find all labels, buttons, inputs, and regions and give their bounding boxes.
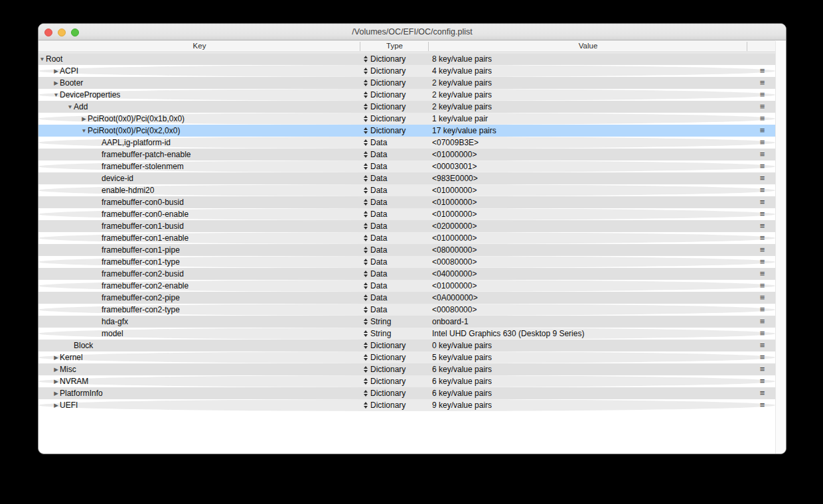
table-row[interactable]: Block Dictionary 0 key/value pairs ≡ (38, 340, 775, 351)
row-menu-icon[interactable]: ≡ (755, 172, 769, 184)
table-row[interactable]: ▶ ACPI Dictionary 4 key/value pairs ≡ (38, 65, 775, 77)
disclosure-triangle-icon[interactable]: ▶ (52, 351, 60, 363)
row-menu-icon[interactable]: ≡ (755, 65, 769, 77)
disclosure-triangle-icon[interactable]: ▶ (80, 113, 88, 125)
row-menu-icon[interactable]: ≡ (755, 125, 769, 137)
disclosure-triangle-icon[interactable] (94, 137, 102, 149)
disclosure-triangle-icon[interactable] (66, 340, 74, 351)
table-row[interactable]: AAPL,ig-platform-id Data <07009B3E> ≡ (38, 137, 775, 149)
type-stepper-icon[interactable] (364, 115, 368, 122)
type-stepper-icon[interactable] (364, 103, 368, 110)
row-menu-icon[interactable]: ≡ (755, 399, 769, 411)
disclosure-triangle-icon[interactable] (94, 172, 102, 184)
table-row[interactable]: framebuffer-con1-busid Data <02000000> ≡ (38, 220, 775, 232)
type-stepper-icon[interactable] (364, 306, 368, 313)
row-menu-icon[interactable]: ≡ (755, 292, 769, 304)
row-menu-icon[interactable]: ≡ (755, 113, 769, 125)
type-stepper-icon[interactable] (364, 211, 368, 218)
table-row[interactable]: framebuffer-con1-enable Data <01000000> … (38, 232, 775, 244)
row-menu-icon[interactable]: ≡ (755, 280, 769, 292)
table-row[interactable]: framebuffer-con2-enable Data <01000000> … (38, 280, 775, 292)
type-stepper-icon[interactable] (364, 68, 368, 74)
row-menu-icon[interactable]: ≡ (755, 363, 769, 375)
disclosure-triangle-icon[interactable]: ▼ (80, 125, 88, 137)
table-row[interactable]: framebuffer-con2-pipe Data <0A000000> ≡ (38, 292, 775, 304)
disclosure-triangle-icon[interactable] (94, 268, 102, 280)
type-stepper-icon[interactable] (364, 259, 368, 265)
disclosure-triangle-icon[interactable] (94, 220, 102, 232)
column-divider[interactable] (360, 42, 360, 51)
row-menu-icon[interactable]: ≡ (755, 101, 769, 113)
row-menu-icon[interactable]: ≡ (755, 184, 769, 196)
table-row[interactable]: framebuffer-stolenmem Data <00003001> ≡ (38, 160, 775, 172)
disclosure-triangle-icon[interactable]: ▶ (52, 375, 60, 387)
type-stepper-icon[interactable] (364, 139, 368, 146)
type-stepper-icon[interactable] (364, 223, 368, 229)
disclosure-triangle-icon[interactable]: ▼ (66, 101, 74, 113)
table-row[interactable]: framebuffer-con2-type Data <00080000> ≡ (38, 304, 775, 316)
disclosure-triangle-icon[interactable] (94, 256, 102, 268)
column-header-key[interactable]: Key (38, 40, 360, 52)
type-stepper-icon[interactable] (364, 151, 368, 158)
type-stepper-icon[interactable] (364, 56, 368, 62)
type-stepper-icon[interactable] (364, 366, 368, 373)
table-row[interactable]: ▶ Misc Dictionary 6 key/value pairs ≡ (38, 363, 775, 375)
disclosure-triangle-icon[interactable]: ▼ (52, 89, 60, 101)
type-stepper-icon[interactable] (364, 80, 368, 86)
row-menu-icon[interactable]: ≡ (755, 268, 769, 280)
row-menu-icon[interactable]: ≡ (755, 89, 769, 101)
row-menu-icon[interactable]: ≡ (755, 220, 769, 232)
table-row[interactable]: ▶ NVRAM Dictionary 6 key/value pairs ≡ (38, 375, 775, 387)
table-row[interactable]: enable-hdmi20 Data <01000000> ≡ (38, 184, 775, 196)
disclosure-triangle-icon[interactable] (94, 244, 102, 256)
table-row[interactable]: framebuffer-patch-enable Data <01000000>… (38, 149, 775, 160)
disclosure-triangle-icon[interactable]: ▶ (52, 399, 60, 411)
row-menu-icon[interactable]: ≡ (755, 256, 769, 268)
type-stepper-icon[interactable] (364, 187, 368, 194)
disclosure-triangle-icon[interactable]: ▶ (52, 77, 60, 89)
table-row[interactable]: ▶ Kernel Dictionary 5 key/value pairs ≡ (38, 351, 775, 363)
row-menu-icon[interactable]: ≡ (755, 77, 769, 89)
column-header-value[interactable]: Value (429, 40, 747, 52)
table-row[interactable]: ▶ UEFI Dictionary 9 key/value pairs ≡ (38, 399, 775, 411)
table-row[interactable]: ▼ Root Dictionary 8 key/value pairs ≡ (38, 53, 775, 65)
disclosure-triangle-icon[interactable] (94, 328, 102, 340)
type-stepper-icon[interactable] (364, 354, 368, 361)
row-menu-icon[interactable]: ≡ (755, 375, 769, 387)
disclosure-triangle-icon[interactable]: ▼ (38, 53, 46, 65)
table-row[interactable]: framebuffer-con0-busid Data <01000000> ≡ (38, 196, 775, 208)
disclosure-triangle-icon[interactable] (94, 316, 102, 328)
disclosure-triangle-icon[interactable] (94, 184, 102, 196)
table-row[interactable]: framebuffer-con1-type Data <00080000> ≡ (38, 256, 775, 268)
row-menu-icon[interactable]: ≡ (755, 328, 769, 340)
disclosure-triangle-icon[interactable] (94, 149, 102, 160)
disclosure-triangle-icon[interactable] (94, 280, 102, 292)
table-row[interactable]: hda-gfx String onboard-1 ≡ (38, 316, 775, 328)
type-stepper-icon[interactable] (364, 127, 368, 134)
row-menu-icon[interactable]: ≡ (755, 160, 769, 172)
disclosure-triangle-icon[interactable] (94, 160, 102, 172)
row-menu-icon[interactable]: ≡ (755, 196, 769, 208)
row-menu-icon[interactable]: ≡ (755, 316, 769, 328)
disclosure-triangle-icon[interactable]: ▶ (52, 363, 60, 375)
type-stepper-icon[interactable] (364, 92, 368, 98)
disclosure-triangle-icon[interactable] (94, 208, 102, 220)
column-header-type[interactable]: Type (360, 40, 429, 52)
column-divider[interactable] (428, 42, 429, 51)
table-row[interactable]: ▶ PlatformInfo Dictionary 6 key/value pa… (38, 387, 775, 399)
type-stepper-icon[interactable] (364, 235, 368, 241)
table-row[interactable]: ▼ DeviceProperties Dictionary 2 key/valu… (38, 89, 775, 101)
table-row[interactable]: device-id Data <983E0000> ≡ (38, 172, 775, 184)
type-stepper-icon[interactable] (364, 378, 368, 385)
type-stepper-icon[interactable] (364, 342, 368, 349)
column-divider[interactable] (747, 42, 747, 51)
title-bar[interactable]: /Volumes/OC/EFI/OC/config.plist (38, 24, 786, 40)
vertical-scrollbar[interactable] (775, 41, 786, 454)
type-stepper-icon[interactable] (364, 175, 368, 182)
type-stepper-icon[interactable] (364, 199, 368, 206)
row-menu-icon[interactable]: ≡ (755, 244, 769, 256)
table-row[interactable]: model String Intel UHD Graphics 630 (Des… (38, 328, 775, 340)
type-stepper-icon[interactable] (364, 294, 368, 301)
type-stepper-icon[interactable] (364, 247, 368, 253)
table-row[interactable]: ▶ PciRoot(0x0)/Pci(0x1b,0x0) Dictionary … (38, 113, 775, 125)
